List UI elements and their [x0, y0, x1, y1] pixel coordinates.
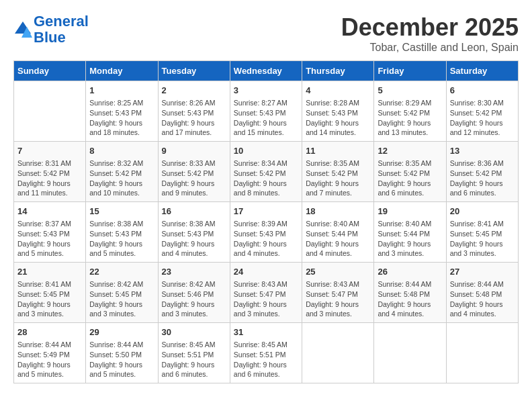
- day-info: Sunrise: 8:44 AM Sunset: 5:48 PM Dayligh…: [450, 279, 515, 319]
- day-info: Sunrise: 8:43 AM Sunset: 5:47 PM Dayligh…: [306, 279, 370, 319]
- calendar-day-27: 27Sunrise: 8:44 AM Sunset: 5:48 PM Dayli…: [446, 263, 518, 323]
- day-number: 8: [89, 145, 154, 157]
- day-number: 22: [89, 266, 154, 278]
- day-number: 5: [378, 85, 442, 97]
- day-number: 13: [450, 145, 515, 157]
- day-number: 1: [89, 85, 154, 97]
- header-thursday: Thursday: [302, 61, 374, 81]
- logo-line2: Blue: [34, 29, 66, 46]
- day-info: Sunrise: 8:45 AM Sunset: 5:51 PM Dayligh…: [234, 340, 298, 379]
- page-header: General Blue December 2025 Tobar, Castil…: [13, 13, 519, 54]
- calendar-day-29: 29Sunrise: 8:44 AM Sunset: 5:50 PM Dayli…: [86, 323, 158, 383]
- day-number: 23: [162, 266, 226, 278]
- calendar-week-2: 7Sunrise: 8:31 AM Sunset: 5:42 PM Daylig…: [14, 142, 519, 202]
- calendar-day-28: 28Sunrise: 8:44 AM Sunset: 5:49 PM Dayli…: [14, 323, 86, 383]
- calendar-day-21: 21Sunrise: 8:41 AM Sunset: 5:45 PM Dayli…: [14, 263, 86, 323]
- day-info: Sunrise: 8:41 AM Sunset: 5:45 PM Dayligh…: [450, 219, 515, 259]
- day-number: 20: [450, 205, 515, 218]
- calendar-day-16: 16Sunrise: 8:38 AM Sunset: 5:43 PM Dayli…: [158, 202, 230, 263]
- day-info: Sunrise: 8:44 AM Sunset: 5:48 PM Dayligh…: [378, 279, 442, 319]
- day-info: Sunrise: 8:45 AM Sunset: 5:51 PM Dayligh…: [162, 340, 226, 379]
- header-monday: Monday: [86, 61, 158, 81]
- header-friday: Friday: [374, 61, 446, 81]
- day-number: 6: [450, 85, 515, 97]
- day-info: Sunrise: 8:38 AM Sunset: 5:43 PM Dayligh…: [162, 219, 226, 259]
- calendar-day-15: 15Sunrise: 8:38 AM Sunset: 5:43 PM Dayli…: [86, 202, 158, 263]
- day-number: 15: [89, 205, 154, 218]
- calendar-day-23: 23Sunrise: 8:42 AM Sunset: 5:46 PM Dayli…: [158, 263, 230, 323]
- day-number: 30: [162, 326, 226, 338]
- empty-cell: [374, 323, 446, 383]
- calendar-day-17: 17Sunrise: 8:39 AM Sunset: 5:43 PM Dayli…: [230, 202, 302, 263]
- day-info: Sunrise: 8:31 AM Sunset: 5:42 PM Dayligh…: [17, 158, 82, 198]
- day-info: Sunrise: 8:33 AM Sunset: 5:42 PM Dayligh…: [162, 158, 226, 198]
- day-info: Sunrise: 8:42 AM Sunset: 5:45 PM Dayligh…: [89, 279, 154, 319]
- logo-icon: [13, 20, 32, 39]
- calendar-day-11: 11Sunrise: 8:35 AM Sunset: 5:42 PM Dayli…: [302, 142, 374, 202]
- day-number: 14: [17, 205, 82, 218]
- calendar-day-5: 5Sunrise: 8:29 AM Sunset: 5:42 PM Daylig…: [374, 81, 446, 142]
- day-info: Sunrise: 8:38 AM Sunset: 5:43 PM Dayligh…: [89, 219, 154, 259]
- day-number: 2: [162, 85, 226, 97]
- day-number: 3: [234, 85, 298, 97]
- day-info: Sunrise: 8:41 AM Sunset: 5:45 PM Dayligh…: [17, 279, 82, 319]
- day-number: 19: [378, 205, 442, 218]
- day-number: 11: [306, 145, 370, 157]
- day-info: Sunrise: 8:44 AM Sunset: 5:49 PM Dayligh…: [17, 340, 82, 379]
- day-number: 31: [234, 326, 298, 338]
- day-info: Sunrise: 8:42 AM Sunset: 5:46 PM Dayligh…: [162, 279, 226, 319]
- day-number: 9: [162, 145, 226, 157]
- day-info: Sunrise: 8:36 AM Sunset: 5:42 PM Dayligh…: [450, 158, 515, 198]
- day-info: Sunrise: 8:43 AM Sunset: 5:47 PM Dayligh…: [234, 279, 298, 319]
- day-number: 21: [17, 266, 82, 278]
- day-info: Sunrise: 8:37 AM Sunset: 5:43 PM Dayligh…: [17, 219, 82, 259]
- day-info: Sunrise: 8:35 AM Sunset: 5:42 PM Dayligh…: [378, 158, 442, 198]
- day-number: 18: [306, 205, 370, 218]
- calendar-day-3: 3Sunrise: 8:27 AM Sunset: 5:43 PM Daylig…: [230, 81, 302, 142]
- calendar-week-4: 21Sunrise: 8:41 AM Sunset: 5:45 PM Dayli…: [14, 263, 519, 323]
- calendar-day-1: 1Sunrise: 8:25 AM Sunset: 5:43 PM Daylig…: [86, 81, 158, 142]
- day-info: Sunrise: 8:39 AM Sunset: 5:43 PM Dayligh…: [234, 219, 298, 259]
- header-wednesday: Wednesday: [230, 61, 302, 81]
- calendar-week-1: 1Sunrise: 8:25 AM Sunset: 5:43 PM Daylig…: [14, 81, 519, 142]
- day-info: Sunrise: 8:27 AM Sunset: 5:43 PM Dayligh…: [234, 98, 298, 138]
- day-number: 26: [378, 266, 442, 278]
- calendar-table: SundayMondayTuesdayWednesdayThursdayFrid…: [13, 60, 519, 383]
- day-info: Sunrise: 8:25 AM Sunset: 5:43 PM Dayligh…: [89, 98, 154, 138]
- day-number: 16: [162, 205, 226, 218]
- header-sunday: Sunday: [14, 61, 86, 81]
- logo-text: General Blue: [34, 13, 89, 46]
- day-info: Sunrise: 8:40 AM Sunset: 5:44 PM Dayligh…: [306, 219, 370, 259]
- day-info: Sunrise: 8:40 AM Sunset: 5:44 PM Dayligh…: [378, 219, 442, 259]
- calendar-day-9: 9Sunrise: 8:33 AM Sunset: 5:42 PM Daylig…: [158, 142, 230, 202]
- calendar-day-31: 31Sunrise: 8:45 AM Sunset: 5:51 PM Dayli…: [230, 323, 302, 383]
- day-number: 27: [450, 266, 515, 278]
- calendar-day-14: 14Sunrise: 8:37 AM Sunset: 5:43 PM Dayli…: [14, 202, 86, 263]
- calendar-day-22: 22Sunrise: 8:42 AM Sunset: 5:45 PM Dayli…: [86, 263, 158, 323]
- day-info: Sunrise: 8:26 AM Sunset: 5:43 PM Dayligh…: [162, 98, 226, 138]
- calendar-day-20: 20Sunrise: 8:41 AM Sunset: 5:45 PM Dayli…: [446, 202, 518, 263]
- calendar-day-26: 26Sunrise: 8:44 AM Sunset: 5:48 PM Dayli…: [374, 263, 446, 323]
- day-number: 4: [306, 85, 370, 97]
- page-title: December 2025: [341, 13, 519, 42]
- calendar-day-24: 24Sunrise: 8:43 AM Sunset: 5:47 PM Dayli…: [230, 263, 302, 323]
- calendar-day-8: 8Sunrise: 8:32 AM Sunset: 5:42 PM Daylig…: [86, 142, 158, 202]
- day-info: Sunrise: 8:29 AM Sunset: 5:42 PM Dayligh…: [378, 98, 442, 138]
- empty-cell: [302, 323, 374, 383]
- day-number: 7: [17, 145, 82, 157]
- header-saturday: Saturday: [446, 61, 518, 81]
- day-number: 28: [17, 326, 82, 338]
- calendar-day-18: 18Sunrise: 8:40 AM Sunset: 5:44 PM Dayli…: [302, 202, 374, 263]
- logo-line1: General: [34, 13, 89, 30]
- day-number: 12: [378, 145, 442, 157]
- calendar-day-19: 19Sunrise: 8:40 AM Sunset: 5:44 PM Dayli…: [374, 202, 446, 263]
- day-info: Sunrise: 8:28 AM Sunset: 5:43 PM Dayligh…: [306, 98, 370, 138]
- calendar-day-30: 30Sunrise: 8:45 AM Sunset: 5:51 PM Dayli…: [158, 323, 230, 383]
- day-number: 10: [234, 145, 298, 157]
- calendar-week-3: 14Sunrise: 8:37 AM Sunset: 5:43 PM Dayli…: [14, 202, 519, 263]
- calendar-day-6: 6Sunrise: 8:30 AM Sunset: 5:42 PM Daylig…: [446, 81, 518, 142]
- calendar-day-7: 7Sunrise: 8:31 AM Sunset: 5:42 PM Daylig…: [14, 142, 86, 202]
- day-info: Sunrise: 8:30 AM Sunset: 5:42 PM Dayligh…: [450, 98, 515, 138]
- day-info: Sunrise: 8:44 AM Sunset: 5:50 PM Dayligh…: [89, 340, 154, 379]
- empty-cell: [446, 323, 518, 383]
